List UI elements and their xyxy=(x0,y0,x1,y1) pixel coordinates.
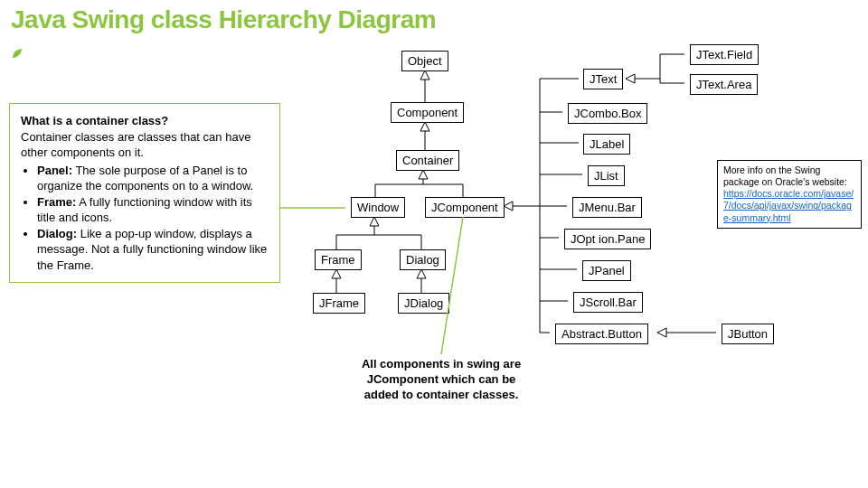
node-abstractbutton: Abstract.Button xyxy=(555,324,648,344)
node-joptionpane: JOpt ion.Pane xyxy=(564,229,651,249)
node-component: Component xyxy=(391,102,464,123)
node-dialog: Dialog xyxy=(400,249,446,270)
oracle-docs-link[interactable]: https://docs.oracle.com/javase/7/docs/ap… xyxy=(723,188,854,222)
node-jlabel: JLabel xyxy=(583,134,630,155)
node-jtextfield: JText.Field xyxy=(690,44,759,65)
svg-marker-3 xyxy=(420,122,429,131)
svg-marker-36 xyxy=(657,328,666,337)
svg-marker-34 xyxy=(626,74,635,83)
explainer-item-panel: Panel: The sole purpose of a Panel is to… xyxy=(37,163,269,194)
jcomponent-note: All components in swing are JComponent w… xyxy=(351,357,532,403)
node-jtext: JText xyxy=(583,69,623,89)
container-explainer: What is a container class? Container cla… xyxy=(9,103,280,283)
leaf-icon xyxy=(11,47,24,60)
explainer-item-dialog: Dialog: Like a pop-up window, displays a… xyxy=(37,226,269,274)
node-frame: Frame xyxy=(315,249,362,270)
explainer-item-frame: Frame: A fully functioning window with i… xyxy=(37,194,269,226)
node-container: Container xyxy=(396,150,459,171)
node-object: Object xyxy=(401,51,448,71)
node-jtextarea: JText.Area xyxy=(690,74,758,95)
node-jscrollbar: JScroll.Bar xyxy=(573,292,643,313)
explainer-question: What is a container class? xyxy=(21,114,168,127)
svg-marker-15 xyxy=(332,269,341,278)
more-info-text: More info on the Swing package on Oracle… xyxy=(723,164,847,187)
node-jlist: JList xyxy=(588,165,625,186)
node-jmenubar: JMenu.Bar xyxy=(572,197,642,218)
node-window: Window xyxy=(351,197,405,218)
node-jframe: JFrame xyxy=(313,293,365,314)
node-jcombobox: JCombo.Box xyxy=(568,103,647,124)
svg-marker-20 xyxy=(504,202,513,211)
svg-marker-8 xyxy=(419,170,428,179)
node-jcomponent: JComponent xyxy=(425,197,505,218)
more-info-box: More info on the Swing package on Oracle… xyxy=(717,160,862,229)
node-jpanel: JPanel xyxy=(582,260,631,281)
svg-marker-1 xyxy=(420,70,429,80)
node-jdialog: JDialog xyxy=(398,293,449,314)
svg-line-38 xyxy=(441,217,463,354)
explainer-intro: Container classes are classes that can h… xyxy=(21,130,250,160)
svg-marker-17 xyxy=(417,269,426,278)
node-jbutton: JButton xyxy=(722,324,774,344)
page-title: Java Swing class Hierarchy Diagram xyxy=(11,5,436,34)
svg-marker-13 xyxy=(370,217,379,226)
